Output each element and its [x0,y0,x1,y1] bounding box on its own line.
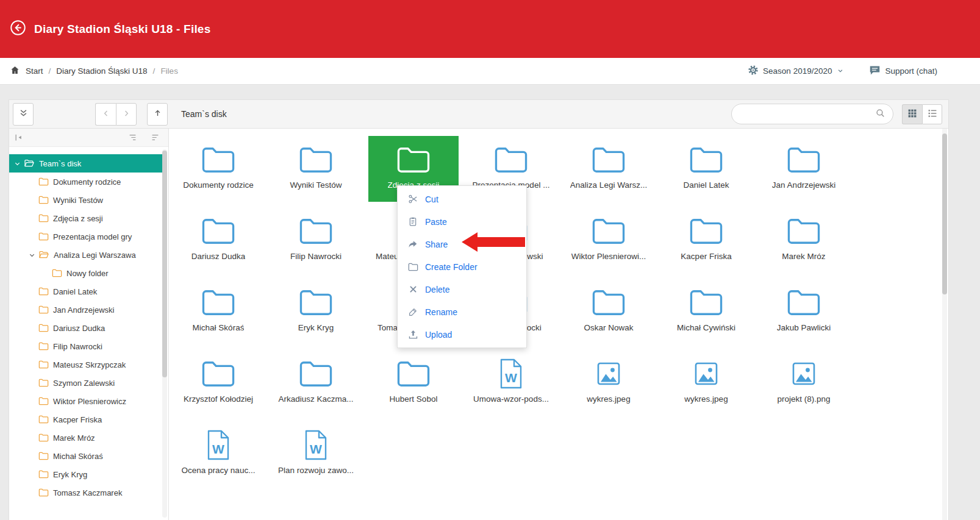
chevron-down-icon[interactable] [29,252,38,258]
folder-icon [38,415,49,424]
word-file-icon: W [206,429,231,461]
tree-item-tomasz-kaczmarek[interactable]: Tomasz Kaczmarek [9,483,168,502]
file-tile-krzysztof-ko-odziej[interactable]: Krzysztof Kołodziej [173,350,263,416]
file-tile-label: Dokumenty rodzice [183,180,254,190]
tree-item-dariusz-dudka[interactable]: Dariusz Dudka [9,319,168,337]
menu-item-cut[interactable]: Cut [398,188,526,210]
file-tile-eryk-kryg[interactable]: Eryk Kryg [271,279,361,344]
gear-icon [748,65,759,77]
file-toolbar: Team`s disk [9,100,948,129]
file-tile-plan-rozwoju-zawo[interactable]: W Plan rozwoju zawo... [271,421,361,487]
grid-view-button[interactable] [902,104,922,124]
search-box [731,104,893,124]
collapse-all-icon[interactable] [128,134,137,141]
folder-icon [38,397,49,405]
collapse-sidebar-icon[interactable] [14,134,23,141]
tree-item-wyniki-test-w[interactable]: Wyniki Testów [9,191,168,209]
app-header: Diary Stadion Śląski U18 - Files [0,0,980,58]
tree-item-jan-andrzejewski[interactable]: Jan Andrzejewski [9,301,168,319]
grid-view-icon [908,109,917,119]
search-input[interactable] [739,110,875,119]
tree-item-team-s-disk[interactable]: Team`s disk [9,154,162,173]
tree-item-dokumenty-rodzice[interactable]: Dokumenty rodzice [9,173,168,191]
file-tile-marek-mr-z[interactable]: Marek Mróz [759,207,849,273]
back-nav-button[interactable] [95,103,116,126]
folder-open-icon [24,159,35,168]
file-tile-label: Wyniki Testów [290,180,342,190]
sidebar-scrollbar-thumb[interactable] [162,151,167,377]
tree-item-label: Jan Andrzejewski [53,305,114,315]
back-button[interactable] [10,20,26,38]
menu-item-share[interactable]: Share [398,233,526,255]
tree-item-prezentacja-model-gry[interactable]: Prezentacja model gry [9,227,168,246]
folder-icon [38,433,49,442]
menu-item-delete[interactable]: Delete [398,278,526,301]
file-tile-umowa-wzor-pods[interactable]: W Umowa-wzor-pods... [466,350,556,416]
breadcrumb-separator: / [49,66,51,76]
file-tile-analiza-legi-warsz[interactable]: Analiza Legi Warsz... [563,136,654,202]
file-tile-jakub-pawlicki[interactable]: Jakub Pawlicki [759,279,849,344]
tree-item-marek-mr-z[interactable]: Marek Mróz [9,429,168,447]
context-menu-item-label: Delete [425,285,449,294]
menu-item-rename[interactable]: Rename [398,301,526,323]
file-tile-jan-andrzejewski[interactable]: Jan Andrzejewski [759,136,849,202]
tree-item-filip-nawrocki[interactable]: Filip Nawrocki [9,337,168,355]
file-tile-wykres-jpeg[interactable]: wykres.jpeg [563,350,654,416]
file-tile-dariusz-dudka[interactable]: Dariusz Dudka [173,207,263,273]
file-tile-daniel-latek[interactable]: Daniel Latek [661,136,751,202]
tree-item-daniel-latek[interactable]: Daniel Latek [9,282,168,301]
tree-item-zdj-cia-z-sesji[interactable]: Zdjęcia z sesji [9,209,168,227]
tree-item-nowy-folder[interactable]: Nowy folder [9,264,168,282]
tree-item-analiza-legi-warszawa[interactable]: Analiza Legi Warszawa [9,246,168,264]
file-tile-arkadiusz-kaczma[interactable]: Arkadiusz Kaczma... [271,350,361,416]
file-tile-kacper-friska[interactable]: Kacper Friska [661,207,751,273]
sidebar-scrollbar[interactable] [162,149,167,518]
tree-item-kacper-friska[interactable]: Kacper Friska [9,410,168,429]
tree-item-label: Kacper Friska [53,415,102,424]
expand-panel-button[interactable] [13,103,34,126]
file-tile-projekt-8-png[interactable]: projekt (8).png [759,350,849,416]
folder-icon [298,215,334,247]
files-scrollbar-thumb[interactable] [942,134,947,294]
folder-icon [591,144,626,176]
expand-all-icon[interactable] [151,134,160,141]
file-tile-wyniki-test-w[interactable]: Wyniki Testów [271,136,361,202]
file-tile-wykres-jpeg[interactable]: wykres.jpeg [661,350,751,416]
file-tile-filip-nawrocki[interactable]: Filip Nawrocki [271,207,361,273]
tree-item-eryk-kryg[interactable]: Eryk Kryg [9,465,168,483]
tree-item-mateusz-skrzypczak[interactable]: Mateusz Skrzypczak [9,355,168,374]
tree-item-label: Dariusz Dudka [53,324,105,333]
folder-icon [786,144,821,176]
up-folder-button[interactable] [147,103,168,126]
forward-nav-button[interactable] [116,103,137,126]
tree-item-label: Eryk Kryg [53,470,87,479]
menu-item-create-folder[interactable]: Create Folder [398,255,526,278]
file-tile-dokumenty-rodzice[interactable]: Dokumenty rodzice [173,136,263,202]
breadcrumb-item-start[interactable]: Start [26,66,43,76]
files-scrollbar[interactable] [942,129,947,520]
tree-item-micha-sk-ra[interactable]: Michał Skóraś [9,447,168,465]
folder-icon [689,144,724,176]
search-icon[interactable] [875,108,885,121]
file-tile-wiktor-plesnierowi[interactable]: Wiktor Plesnierowi... [563,207,654,273]
file-tile-micha-sk-ra[interactable]: Michał Skóraś [173,279,263,344]
breadcrumb-item-diary[interactable]: Diary Stadion Śląski U18 [56,66,147,76]
file-tile-micha-cywi-ski[interactable]: Michał Cywiński [661,279,751,344]
image-file-icon [791,358,817,390]
view-toggle [902,104,942,124]
menu-item-upload[interactable]: Upload [398,323,526,346]
support-chat-link[interactable]: Support (chat) [869,65,937,77]
list-view-button[interactable] [922,104,942,124]
season-selector[interactable]: Season 2019/2020 [748,65,843,77]
file-tile-oskar-nowak[interactable]: Oskar Nowak [563,279,654,344]
folder-tree-sidebar: Team`s disk Dokumenty rodzice Wyniki Tes… [9,129,169,520]
home-icon[interactable] [10,65,20,77]
folder-icon [38,214,49,223]
chevron-down-icon[interactable] [14,160,24,167]
tree-item-wiktor-plesnierowicz[interactable]: Wiktor Plesnierowicz [9,392,168,410]
file-tile-ocena-pracy-nauc[interactable]: W Ocena pracy nauc... [173,421,263,487]
tree-item-label: Daniel Latek [53,287,97,296]
tree-item-szymon-zalewski[interactable]: Szymon Zalewski [9,374,168,392]
menu-item-paste[interactable]: Paste [398,210,526,233]
file-tile-hubert-sobol[interactable]: Hubert Sobol [368,350,459,416]
